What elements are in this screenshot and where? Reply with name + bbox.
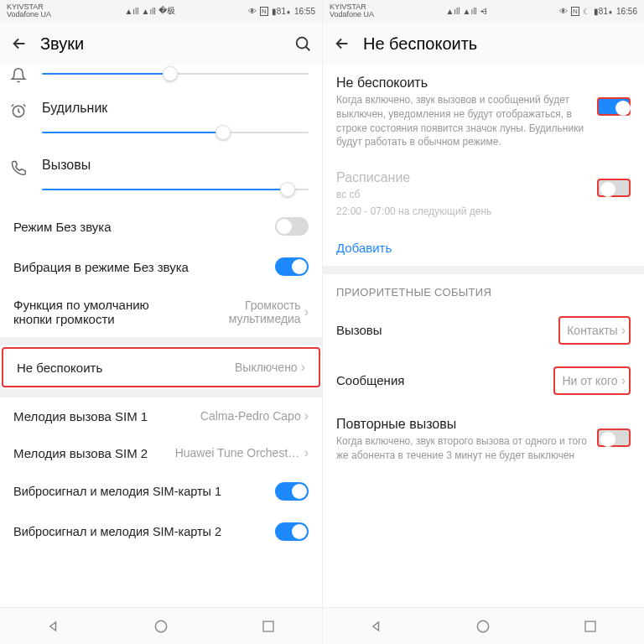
row-priority-messages[interactable]: Сообщения Ни от кого › bbox=[323, 356, 644, 406]
dnd-toggle[interactable] bbox=[597, 97, 631, 116]
app-bar: Не беспокоить bbox=[323, 22, 644, 65]
clock-text: 16:55 bbox=[294, 7, 315, 16]
row-silent-mode[interactable]: Режим Без звука bbox=[0, 206, 322, 247]
alarm-slider[interactable] bbox=[42, 124, 309, 141]
vibrate-sim2-toggle[interactable] bbox=[275, 522, 309, 541]
row-ringtone-sim2[interactable]: Мелодия вызова SIM 2 Huawei Tune Orchest… bbox=[0, 434, 322, 471]
row-volume-default[interactable]: Функция по умолчанию кнопки громкости Гр… bbox=[0, 287, 322, 337]
svg-point-4 bbox=[478, 621, 489, 631]
row-schedule[interactable]: Расписание вс сб 22:00 - 07:00 на следую… bbox=[323, 159, 644, 230]
priority-header: ПРИОРИТЕТНЫЕ СОБЫТИЯ bbox=[323, 274, 644, 305]
slider-melody bbox=[0, 65, 322, 92]
call-label: Вызовы bbox=[42, 158, 309, 173]
row-dnd[interactable]: Не беспокоить Выключено › bbox=[2, 347, 320, 387]
chevron-right-icon: › bbox=[304, 408, 309, 423]
battery-icon: ▮81⬧ bbox=[272, 7, 291, 16]
silent-toggle[interactable] bbox=[275, 217, 309, 236]
chevron-right-icon: › bbox=[301, 360, 305, 375]
nav-recent[interactable] bbox=[581, 617, 600, 636]
svg-point-2 bbox=[155, 621, 166, 631]
status-bar: KYIVSTAR Vodafone UA ▲ıll▲ıll⩤ 👁 N ☾ ▮81… bbox=[323, 0, 644, 22]
row-vibrate-silent[interactable]: Вибрация в режиме Без звука bbox=[0, 247, 322, 287]
eye-icon: 👁 bbox=[248, 7, 257, 16]
carrier-2: Vodafone UA bbox=[330, 11, 374, 18]
row-vibrate-sim1[interactable]: Вибросигнал и мелодия SIM-карты 1 bbox=[0, 471, 322, 512]
page-title: Не беспокоить bbox=[363, 34, 634, 54]
chevron-right-icon: › bbox=[304, 445, 309, 460]
carrier-2: Vodafone UA bbox=[7, 11, 51, 18]
search-button[interactable] bbox=[293, 34, 312, 53]
back-button[interactable] bbox=[333, 34, 351, 53]
nav-bar bbox=[323, 607, 644, 644]
row-dnd-main[interactable]: Не беспокоить Когда включено, звук вызов… bbox=[323, 65, 644, 159]
screen-dnd: KYIVSTAR Vodafone UA ▲ıll▲ıll⩤ 👁 N ☾ ▮81… bbox=[322, 0, 644, 644]
slider-alarm: Будильник bbox=[0, 92, 322, 149]
nav-home[interactable] bbox=[152, 617, 170, 636]
bell-icon bbox=[10, 67, 30, 84]
nfc-icon: N bbox=[571, 7, 579, 16]
nav-recent[interactable] bbox=[259, 617, 278, 636]
slider-call: Вызовы bbox=[0, 149, 322, 206]
row-priority-calls[interactable]: Вызовы Контакты › bbox=[323, 305, 644, 356]
call-slider[interactable] bbox=[42, 181, 309, 198]
chevron-right-icon: › bbox=[621, 323, 626, 338]
alarm-label: Будильник bbox=[42, 101, 309, 116]
signal-icons: ▲ıll▲ıll⩤ bbox=[445, 7, 487, 16]
vibrate-sim1-toggle[interactable] bbox=[275, 482, 309, 501]
status-bar: KYIVSTAR Vodafone UA ▲ıll▲ıll�极 👁 N ▮81⬧… bbox=[0, 0, 322, 22]
nav-home[interactable] bbox=[474, 617, 492, 636]
signal-icons: ▲ıll▲ıll�极 bbox=[124, 5, 174, 17]
eye-icon: 👁 bbox=[559, 7, 568, 16]
row-vibrate-sim2[interactable]: Вибросигнал и мелодия SIM-карты 2 bbox=[0, 512, 322, 552]
row-ringtone-sim1[interactable]: Мелодия вызова SIM 1 Calma-Pedro Capo › bbox=[0, 397, 322, 434]
nav-back[interactable] bbox=[367, 617, 386, 636]
page-title: Звуки bbox=[40, 34, 282, 54]
chevron-right-icon: › bbox=[621, 373, 626, 388]
vibrate-silent-toggle[interactable] bbox=[275, 257, 309, 276]
row-add-schedule[interactable]: Добавить bbox=[323, 230, 644, 266]
clock-text: 16:56 bbox=[616, 7, 637, 16]
svg-rect-5 bbox=[585, 621, 595, 631]
repeat-calls-toggle[interactable] bbox=[597, 428, 631, 447]
svg-point-0 bbox=[297, 38, 308, 49]
app-bar: Звуки bbox=[0, 22, 322, 65]
alarm-icon bbox=[10, 102, 30, 119]
chevron-right-icon: › bbox=[304, 304, 309, 319]
nav-back[interactable] bbox=[44, 617, 63, 636]
nfc-icon: N bbox=[260, 7, 268, 16]
back-button[interactable] bbox=[10, 34, 29, 53]
screen-sounds: KYIVSTAR Vodafone UA ▲ıll▲ıll�极 👁 N ▮81⬧… bbox=[0, 0, 322, 644]
row-repeat-calls[interactable]: Повторные вызовы Когда включено, звук вт… bbox=[323, 406, 644, 474]
svg-rect-3 bbox=[263, 621, 273, 631]
schedule-toggle[interactable] bbox=[597, 179, 631, 197]
phone-icon bbox=[10, 159, 30, 176]
melody-slider[interactable] bbox=[42, 65, 309, 82]
nav-bar bbox=[0, 607, 322, 644]
moon-icon: ☾ bbox=[583, 7, 590, 16]
battery-icon: ▮81⬧ bbox=[594, 7, 613, 16]
